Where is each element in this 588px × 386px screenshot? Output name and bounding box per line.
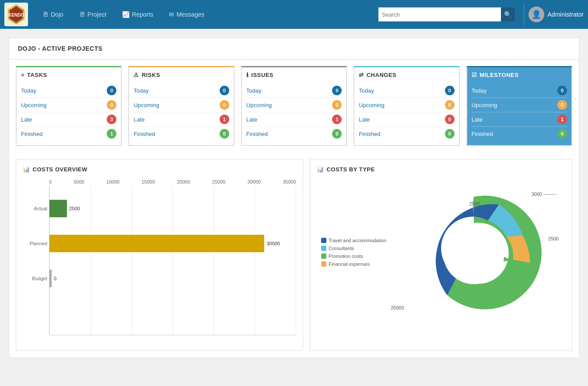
risks-finished-row: Finished 0: [133, 127, 229, 141]
legend-dot-consultants: [321, 246, 326, 251]
nav-project[interactable]: 🖹 Project: [71, 0, 115, 29]
milestones-today-badge: 0: [557, 86, 567, 95]
risks-upcoming-row: Upcoming 0: [133, 98, 229, 112]
donut-area: Travel and accommodation Consultants Pro…: [317, 179, 565, 328]
stats-grid: ≡ TASKS Today 0 Upcoming 0 Late 3 Finish…: [9, 59, 579, 153]
risks-icon: ⚠: [133, 72, 139, 78]
issues-today-label[interactable]: Today: [246, 87, 262, 94]
page-title: DOJO - ACTIVE PROJECTS: [9, 38, 579, 59]
search-input[interactable]: [378, 7, 501, 21]
milestones-card: ☑ MILESTONES Today 0 Upcoming 0 Late 1 F…: [466, 66, 572, 146]
risks-late-row: Late 1: [133, 112, 229, 127]
milestones-upcoming-label[interactable]: Upcoming: [472, 102, 497, 108]
milestones-finished-badge: 0: [557, 129, 567, 139]
milestones-icon: ☑: [472, 72, 477, 78]
tasks-upcoming-label[interactable]: Upcoming: [21, 102, 47, 108]
milestones-finished-label[interactable]: Finished: [472, 131, 493, 137]
changes-late-badge: 0: [445, 115, 455, 124]
changes-late-label[interactable]: Late: [359, 116, 370, 123]
tasks-finished-badge: 1: [107, 129, 116, 139]
charts-row: 📊 COSTS OVERVIEW 0 5000 10000 15000 2000…: [9, 153, 579, 358]
legend-financial: Financial expenses: [321, 261, 386, 267]
risks-upcoming-badge: 0: [220, 100, 229, 110]
changes-upcoming-label[interactable]: Upcoming: [359, 102, 385, 108]
milestones-upcoming-row: Upcoming 0: [472, 98, 567, 112]
changes-today-row: Today 0: [359, 83, 454, 98]
project-icon: 🖹: [79, 11, 85, 18]
risks-upcoming-label[interactable]: Upcoming: [133, 102, 159, 108]
issues-finished-badge: 0: [332, 129, 342, 139]
changes-today-badge: 0: [445, 86, 455, 95]
issues-late-row: Late 1: [246, 112, 342, 127]
tasks-upcoming-badge: 0: [107, 100, 116, 110]
risks-finished-badge: 0: [220, 129, 229, 139]
tasks-finished-row: Finished 1: [21, 127, 116, 141]
costs-by-type-title: 📊 COSTS BY TYPE: [317, 166, 565, 173]
main-content: DOJO - ACTIVE PROJECTS ≡ TASKS Today 0 U…: [0, 29, 588, 376]
messages-icon: ✉: [169, 11, 174, 18]
donut-label-3000: 3000: [531, 190, 556, 199]
issues-finished-row: Finished 0: [246, 127, 342, 141]
budget-bar: [49, 270, 52, 287]
risks-today-badge: 0: [220, 86, 229, 95]
legend-promotion: Promotion costs: [321, 254, 386, 259]
costs-overview-chart: 📊 COSTS OVERVIEW 0 5000 10000 15000 2000…: [16, 159, 303, 351]
donut-chart-icon: 📊: [317, 166, 324, 173]
tasks-finished-label[interactable]: Finished: [21, 131, 42, 137]
risks-today-label[interactable]: Today: [133, 87, 149, 94]
changes-upcoming-row: Upcoming 0: [359, 98, 454, 112]
issues-header: ℹ ISSUES: [246, 72, 342, 78]
bar-chart-area: 0 5000 10000 15000 20000 25000 30000 350…: [23, 179, 296, 344]
costs-by-type-chart: 📊 COSTS BY TYPE Travel and accommodation…: [310, 159, 572, 351]
changes-today-label[interactable]: Today: [359, 87, 374, 94]
issues-upcoming-row: Upcoming 0: [246, 98, 342, 112]
tasks-header: ≡ TASKS: [21, 72, 116, 78]
issues-finished-label[interactable]: Finished: [246, 131, 268, 137]
planned-bar: [49, 235, 264, 252]
search-area: 🔍: [378, 7, 515, 21]
brand-logo-area: KENDO: [4, 3, 30, 26]
user-area[interactable]: 👤 Administrator: [528, 7, 584, 22]
svg-text:KENDO: KENDO: [8, 13, 24, 17]
risks-late-badge: 1: [220, 115, 229, 124]
tasks-late-row: Late 3: [21, 112, 116, 127]
budget-value: 0: [54, 276, 56, 281]
bars-container: Actual 2500 Planned 30500 Budget: [49, 187, 296, 335]
legend-travel: Travel and accommodation: [321, 238, 386, 243]
milestones-today-row: Today 0: [472, 83, 567, 98]
chart-legend: Travel and accommodation Consultants Pro…: [321, 238, 386, 269]
milestones-late-label[interactable]: Late: [472, 116, 483, 123]
navbar: KENDO 🖹 Dojo 🖹 Project 📈 Reports ✉ Messa…: [0, 0, 588, 29]
risks-card: ⚠ RISKS Today 0 Upcoming 0 Late 1 Finish…: [128, 66, 234, 146]
reports-icon: 📈: [122, 11, 130, 18]
navbar-divider: [524, 3, 524, 25]
donut-label-25000: 25000: [391, 305, 404, 310]
tasks-today-badge: 0: [107, 86, 116, 95]
risks-late-label[interactable]: Late: [133, 116, 144, 123]
issues-upcoming-badge: 0: [332, 100, 342, 110]
planned-label: Planned: [23, 241, 47, 246]
costs-overview-title: 📊 COSTS OVERVIEW: [23, 166, 296, 173]
issues-upcoming-label[interactable]: Upcoming: [246, 102, 272, 108]
dojo-icon: 🖹: [42, 11, 49, 18]
tasks-late-badge: 3: [107, 115, 116, 124]
changes-finished-label[interactable]: Finished: [359, 131, 380, 137]
tasks-today-label[interactable]: Today: [21, 87, 36, 94]
search-button[interactable]: 🔍: [501, 7, 515, 21]
budget-bar-row: Budget 0: [49, 261, 296, 296]
issues-late-label[interactable]: Late: [246, 116, 257, 123]
bar-chart-icon: 📊: [23, 166, 30, 173]
changes-finished-badge: 0: [445, 129, 455, 139]
nav-messages[interactable]: ✉ Messages: [161, 0, 212, 29]
tasks-late-label[interactable]: Late: [21, 116, 32, 123]
actual-value: 2500: [69, 206, 80, 211]
nav-dojo[interactable]: 🖹 Dojo: [35, 0, 71, 29]
user-name: Administrator: [548, 11, 584, 18]
changes-upcoming-badge: 0: [445, 100, 455, 110]
brand-logo-icon: KENDO: [4, 3, 28, 26]
nav-reports[interactable]: 📈 Reports: [114, 0, 161, 29]
milestones-today-label[interactable]: Today: [472, 87, 487, 94]
risks-finished-label[interactable]: Finished: [133, 131, 155, 137]
donut-label-2500-top: 2500: [469, 201, 480, 206]
issues-late-badge: 1: [332, 115, 342, 124]
